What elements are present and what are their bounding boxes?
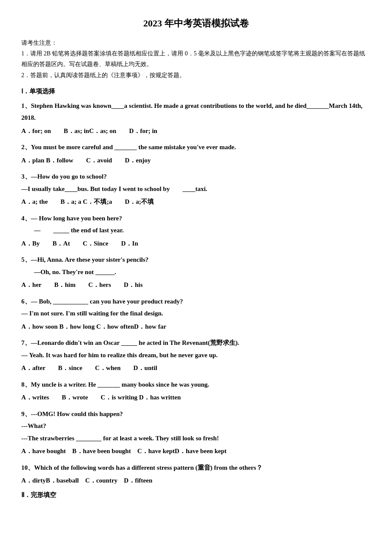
q6-text: 6、— Bob, ___________ can you have your p… (21, 295, 371, 308)
q9-options: A．have bought B．have been bought C．have … (21, 445, 371, 457)
q10-options: A．dirtyB．baseball C．country D．fifteen (21, 474, 371, 487)
question-9: 9、---OMG! How could this happen? ---What… (21, 408, 371, 457)
q3-options: A．a; the B．a; a C．不填;a D．a;不填 (21, 196, 371, 208)
notice-line-1: 1．请用 2B 铅笔将选择题答案涂填在答题纸相应位置上，请用 0．5 毫米及以上… (21, 48, 371, 69)
question-8: 8、My uncle is a writer. He _______ many … (21, 379, 371, 404)
q2-text: 2、You must be more careful and _______ t… (21, 141, 371, 153)
section2-header: Ⅱ．完形填空 (21, 491, 371, 499)
q10-text: 10、Which of the following words has a di… (21, 462, 371, 474)
q5-options: A．her B．him C．hers D．his (21, 279, 371, 291)
q9-subtext2: ---The strawberries ________ for at leas… (21, 432, 371, 445)
page-title: 2023 年中考英语模拟试卷 (21, 17, 371, 30)
question-6: 6、— Bob, ___________ can you have your p… (21, 295, 371, 333)
question-1: 1、Stephen Hawking was known____a scienti… (21, 100, 371, 137)
q4-options: A．By B．At C．Since D．In (21, 237, 371, 250)
q7-text: 7、—Leonardo didn't win an Oscar _____ he… (21, 337, 371, 349)
q8-text: 8、My uncle is a writer. He _______ many … (21, 379, 371, 391)
question-3: 3、—How do you go to school? —I usually t… (21, 171, 371, 208)
q5-text: 5、—Hi, Anna. Are these your sister's pen… (21, 254, 371, 266)
q6-options: A．how soon B．how long C．how oftenD．how f… (21, 321, 371, 333)
q8-options: A．writes B．wrote C．is writing D．has writ… (21, 391, 371, 404)
q3-text: 3、—How do you go to school? (21, 171, 371, 183)
notice-line-2: 2．答题前，认真阅读答题纸上的《注意事项》，按规定答题。 (21, 70, 371, 81)
q9-subtext1: ---What? (21, 420, 371, 432)
q2-options: A．plan B．follow C．avoid D．enjoy (21, 154, 371, 167)
question-10: 10、Which of the following words has a di… (21, 462, 371, 487)
q1-text: 1、Stephen Hawking was known____a scienti… (21, 100, 371, 124)
q7-subtext: — Yeah. It was hard for him to realize t… (21, 349, 371, 361)
q4-subtext: — _____ the end of last year. (34, 224, 371, 237)
notice-header: 请考生注意： (21, 38, 371, 48)
q6-subtext: — I'm not sure. I'm still waiting for th… (21, 307, 371, 320)
question-4: 4、— How long have you been here? — _____… (21, 212, 371, 250)
section1-header: Ⅰ．单项选择 (21, 87, 371, 95)
q5-subtext: —Oh, no. They're not ______. (34, 266, 371, 278)
question-5: 5、—Hi, Anna. Are these your sister's pen… (21, 254, 371, 291)
q9-text: 9、---OMG! How could this happen? (21, 408, 371, 420)
q4-text: 4、— How long have you been here? (21, 212, 371, 225)
question-7: 7、—Leonardo didn't win an Oscar _____ he… (21, 337, 371, 374)
q7-options: A．after B．since C．when D．until (21, 362, 371, 374)
notice-section: 请考生注意： 1．请用 2B 铅笔将选择题答案涂填在答题纸相应位置上，请用 0．… (21, 38, 371, 81)
question-2: 2、You must be more careful and _______ t… (21, 141, 371, 166)
q1-options: A．for; on B．as; inC．as; on D．for; in (21, 125, 371, 137)
q3-subtext: —I usually take____bus. But today I went… (21, 183, 371, 195)
